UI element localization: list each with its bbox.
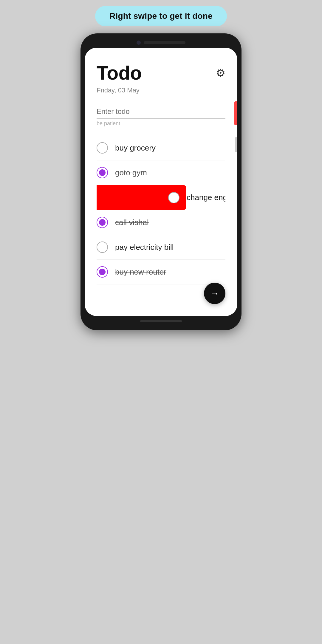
radio-buy-new-router[interactable] [97, 266, 108, 278]
todo-item-call-vishal: call vishal [97, 210, 225, 235]
speaker-bar [144, 41, 185, 44]
todo-list: buy grocery goto gym change engine oil [97, 136, 225, 284]
radio-goto-gym[interactable] [97, 167, 108, 178]
radio-buy-grocery[interactable] [97, 142, 108, 154]
camera-dot [137, 41, 141, 45]
app-header: Todo ⚙ [97, 63, 225, 83]
todo-input-wrapper [97, 105, 225, 119]
todo-input[interactable] [97, 105, 225, 119]
todo-text-call-vishal: call vishal [115, 218, 149, 227]
tooltip-bubble: Right swipe to get it done [95, 6, 227, 26]
todo-text-change-engine-oil: change engine oil [187, 193, 225, 202]
input-hint: be patient [97, 120, 225, 127]
fab-button[interactable]: → [204, 283, 225, 304]
todo-item-goto-gym: goto gym [97, 160, 225, 185]
date-label: Friday, 03 May [97, 86, 225, 94]
todo-text-goto-gym: goto gym [115, 168, 147, 177]
todo-item-pay-electricity-bill: pay electricity bill [97, 235, 225, 260]
todo-item-change-engine-oil: change engine oil [97, 185, 225, 210]
settings-icon[interactable]: ⚙ [216, 67, 225, 79]
todo-item-buy-new-router: buy new router [97, 260, 225, 284]
phone-frame: Todo ⚙ Friday, 03 May be patient buy gro… [80, 33, 242, 330]
app-title: Todo [97, 63, 142, 83]
todo-item-buy-grocery: buy grocery [97, 136, 225, 160]
todo-text-buy-new-router: buy new router [115, 267, 166, 277]
todo-text-pay-electricity-bill: pay electricity bill [115, 243, 174, 252]
radio-call-vishal[interactable] [97, 217, 108, 228]
todo-text-buy-grocery: buy grocery [115, 143, 156, 153]
phone-screen: Todo ⚙ Friday, 03 May be patient buy gro… [85, 48, 237, 316]
fab-arrow-icon: → [210, 288, 219, 298]
phone-top-bar [85, 39, 237, 48]
phone-bottom-bar [85, 320, 237, 322]
radio-change-engine-oil[interactable] [168, 192, 179, 203]
home-indicator [140, 320, 182, 322]
radio-pay-electricity-bill[interactable] [97, 242, 108, 253]
right-accent-bar [234, 101, 237, 125]
scroll-indicator [235, 137, 237, 152]
